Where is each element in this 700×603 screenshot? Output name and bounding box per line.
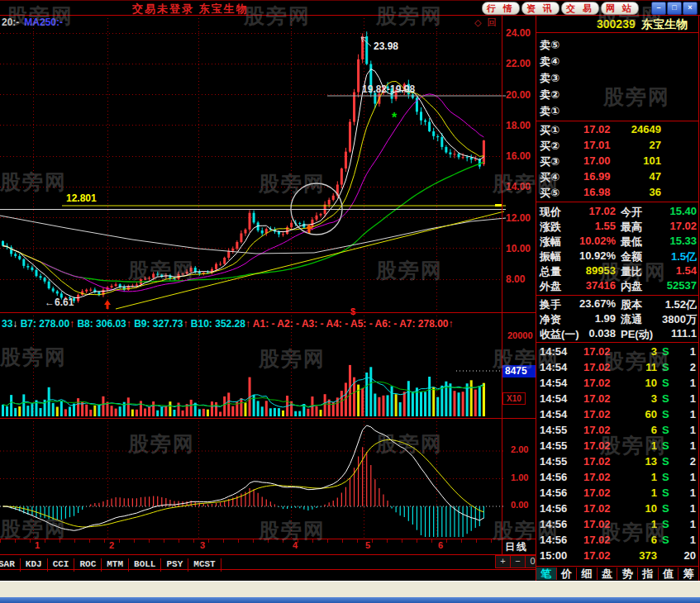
tick-time: 15:00 (540, 549, 567, 562)
tick-price: 17.02 (583, 392, 617, 405)
detail-label: 最高 (621, 220, 642, 235)
tick-row[interactable]: 14:5617.021S1 (536, 471, 698, 486)
tick-price: 17.02 (583, 408, 617, 420)
border (536, 15, 536, 581)
indicator-value: B8: 306.03 (77, 318, 126, 330)
tick-row[interactable]: 14:5417.0210S1 (536, 377, 698, 392)
tick-volume: 6 (618, 424, 657, 436)
detail-value: 1.54 (650, 264, 697, 277)
border (0, 569, 536, 570)
tick-row[interactable]: 14:5417.0260S1 (536, 408, 698, 423)
restore-button[interactable]: □ (667, 2, 682, 15)
quote-tab-5[interactable]: 势 (617, 567, 638, 580)
tick-count: 1 (666, 424, 696, 436)
tick-row[interactable]: 14:5417.023S1 (536, 345, 698, 360)
detail-row[interactable]: 换手23.67%股本1.52亿 (536, 297, 698, 312)
detail-row[interactable]: 收益(一)0.038PE(动)111.1 (536, 327, 698, 342)
status-bar: 49-5.49136.8亿总成交1237亿华安证券125↑↕♠! (0, 581, 700, 598)
detail-row[interactable]: 外盘37416内盘52537 (536, 279, 698, 294)
tick-volume: 1 (618, 471, 657, 483)
quote-tab-4[interactable]: 盘 (598, 567, 618, 580)
indicator-value: ↓ (12, 318, 20, 330)
sell-level-row[interactable]: 卖⑤ (536, 38, 698, 53)
detail-label: 今开 (621, 205, 642, 220)
tick-row[interactable]: 14:5617.0210S1 (536, 502, 698, 517)
price-axis-label: 8.00 (506, 273, 525, 285)
buy-price: 17.01 (583, 139, 618, 151)
sell-level-label: 卖⑤ (540, 38, 560, 53)
sell-level-row[interactable]: 卖① (536, 104, 698, 119)
border (536, 342, 699, 343)
quote-tab-8[interactable]: 筹 (679, 567, 699, 580)
border (536, 295, 699, 296)
close-button[interactable]: × (683, 2, 698, 15)
detail-value: 1.99 (569, 312, 616, 325)
zoom-out-button[interactable]: − (510, 555, 526, 568)
quote-tab-1[interactable]: 笔 (536, 567, 557, 580)
tick-row[interactable]: 14:5617.021S1 (536, 518, 698, 533)
chart-corner-icons[interactable]: ◇ 回 (474, 17, 498, 29)
detail-row[interactable]: 现价17.02今开15.40 (536, 205, 698, 220)
period-selector[interactable]: 日线 (505, 540, 528, 554)
menu-button-3[interactable]: 交 易 (561, 2, 599, 15)
detail-label: 金额 (621, 249, 642, 264)
detail-row[interactable]: 涨幅10.02%最低15.33 (536, 235, 698, 249)
detail-value: 1.52亿 (650, 297, 697, 312)
detail-value: 10.92% (569, 249, 616, 262)
buy-price: 17.02 (583, 123, 618, 135)
tick-row[interactable]: 14:5517.0213S2 (536, 455, 698, 470)
tick-count: 1 (666, 392, 696, 405)
current-volume-badge: 8475 (502, 365, 540, 377)
tick-time: 14:55 (540, 424, 567, 436)
tick-price: 17.02 (583, 471, 617, 483)
price-axis-label: 10.00 (506, 243, 531, 254)
tick-row[interactable]: 14:5517.021S1 (536, 439, 698, 454)
tick-row[interactable]: 14:5617.021S1 (536, 487, 698, 501)
quote-tab-6[interactable]: 指 (638, 567, 659, 580)
volume-multiplier-badge: X10 (502, 392, 526, 405)
detail-value: 1.55 (569, 220, 616, 232)
buy-level-row[interactable]: 买①17.0224649 (536, 123, 698, 138)
tick-count: 2 (666, 455, 696, 468)
detail-row[interactable]: 振幅10.92%金额1.5亿 (536, 249, 698, 264)
detail-row[interactable]: 净资1.99流通3800万 (536, 312, 698, 327)
candlestick-chart[interactable]: *23.9819.82-19.9812.801←6.61 (0, 15, 506, 539)
tick-time: 14:54 (540, 377, 567, 389)
menu-button-2[interactable]: 资 讯 (521, 2, 560, 15)
tick-volume: 3 (618, 392, 657, 405)
zoom-in-button[interactable]: + (495, 555, 511, 568)
indicator-value: B9: 327.73 (134, 318, 183, 330)
buy-level-row[interactable]: 买⑤16.9836 (536, 186, 698, 201)
quote-tab-2[interactable]: 价 (557, 567, 578, 580)
detail-row[interactable]: 涨跌1.55最高17.02 (536, 220, 698, 235)
buy-level-row[interactable]: 买②17.0127 (536, 139, 698, 154)
border (536, 202, 699, 202)
menu-button-1[interactable]: 行 情 (482, 2, 520, 15)
tick-row[interactable]: 14:5617.026S1 (536, 534, 698, 548)
buy-level-row[interactable]: 买④16.9947 (536, 170, 698, 185)
sell-level-label: 卖③ (540, 71, 560, 86)
stock-app-window: 交易未登录 东宝生物 行 情资 讯交 易网 站 –□× *23.9819.82-… (0, 0, 700, 603)
tick-row[interactable]: 14:5417.023S1 (536, 392, 698, 407)
sell-level-row[interactable]: 卖④ (536, 55, 698, 69)
tick-row[interactable]: 14:5517.026S1 (536, 424, 698, 439)
time-axis-ticks (0, 539, 502, 543)
indicator-value: B10: 352.28 (191, 318, 245, 330)
indicator-value: ↑ (245, 318, 253, 330)
tick-row[interactable]: 15:0017.0237320 (536, 549, 698, 564)
sell-level-row[interactable]: 卖③ (536, 71, 698, 86)
tick-time: 14:56 (540, 518, 567, 530)
tick-count: 1 (666, 345, 696, 358)
quote-tab-3[interactable]: 细 (577, 567, 598, 580)
tick-time: 14:56 (540, 502, 567, 515)
minimize-button[interactable]: – (651, 2, 666, 15)
tick-volume: 1 (618, 439, 657, 452)
buy-level-row[interactable]: 买③17.00101 (536, 154, 698, 169)
quote-tab-7[interactable]: 值 (659, 567, 679, 580)
detail-label: 股本 (621, 297, 642, 312)
tick-row[interactable]: 14:5417.0211S2 (536, 361, 698, 376)
sell-level-row[interactable]: 卖② (536, 88, 698, 102)
detail-label: 外盘 (540, 279, 561, 294)
detail-row[interactable]: 总量89953量比1.54 (536, 264, 698, 279)
menu-button-4[interactable]: 网 站 (601, 2, 639, 15)
